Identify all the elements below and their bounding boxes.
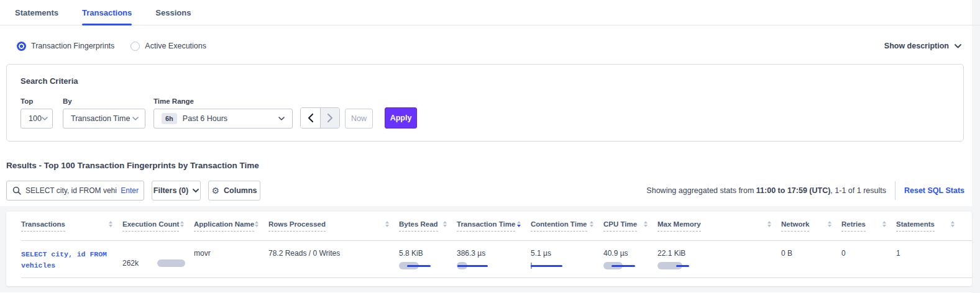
sort-icon[interactable]	[590, 221, 593, 227]
apply-button[interactable]: Apply	[385, 107, 417, 128]
cell-execution-count: 262k	[122, 249, 194, 277]
bytes-read-bar	[399, 262, 449, 269]
reset-sql-stats-link[interactable]: Reset SQL Stats	[904, 186, 964, 195]
radio-transaction-fingerprints[interactable]	[17, 42, 26, 51]
cell-cpu-time: 40.9 µs	[603, 249, 657, 277]
show-description-toggle[interactable]: Show description	[884, 42, 961, 50]
cell-application-name: movr	[194, 249, 268, 277]
cell-transaction: SELECT city, id FROM vehicles	[21, 249, 122, 277]
column-header-network[interactable]: Network	[781, 220, 841, 240]
by-label: By	[63, 97, 153, 105]
search-criteria-controls: Top 100 By Transaction Time	[21, 97, 963, 128]
search-icon	[12, 186, 21, 195]
aggregated-stats-text: Showing aggregated stats from 11:00 to 1…	[646, 186, 886, 195]
sort-icon[interactable]	[180, 221, 184, 227]
sort-icon-active-desc[interactable]	[517, 221, 521, 227]
column-header-statements[interactable]: Statements	[896, 220, 964, 240]
tab-transactions[interactable]: Transactions	[82, 0, 132, 25]
execution-count-bar	[157, 259, 185, 267]
now-button[interactable]: Now	[345, 109, 373, 128]
table-header-row: Transactions Execution Count Application…	[21, 212, 972, 241]
top-field: Top 100	[21, 97, 63, 128]
results-heading: Results - Top 100 Transaction Fingerprin…	[6, 161, 972, 170]
sort-icon[interactable]	[443, 221, 447, 227]
table-section: Transactions Execution Count Application…	[0, 206, 972, 292]
show-description-label: Show description	[884, 42, 949, 50]
sort-icon[interactable]	[385, 221, 389, 227]
sort-icon[interactable]	[767, 221, 771, 227]
time-range-badge: 6h	[162, 113, 177, 124]
chevron-left-icon	[308, 114, 313, 122]
transactions-table: Transactions Execution Count Application…	[6, 212, 972, 286]
search-input[interactable]: SELECT city, id FROM vehicles W Enter	[6, 181, 144, 201]
search-criteria-card: Search Criteria Top 100 By Transaction T…	[6, 64, 964, 142]
column-header-max-memory[interactable]: Max Memory	[657, 220, 781, 240]
time-range-select[interactable]: 6h Past 6 Hours	[153, 109, 293, 128]
radio-label-transaction-fingerprints[interactable]: Transaction Fingerprints	[31, 42, 114, 50]
tab-statements[interactable]: Statements	[15, 0, 58, 25]
chevron-right-icon	[327, 114, 332, 122]
cell-max-memory: 22.1 KiB	[657, 249, 781, 277]
time-range-next-button[interactable]	[320, 108, 339, 128]
chevron-down-icon	[278, 117, 285, 120]
transaction-fingerprint-link[interactable]: SELECT city, id FROM vehicles	[21, 249, 122, 271]
content-area: Statements Transactions Sessions Transac…	[0, 0, 972, 293]
search-input-value: SELECT city, id FROM vehicles W	[25, 186, 117, 195]
max-memory-bar	[657, 262, 707, 269]
chevron-down-icon	[132, 117, 139, 120]
time-range-prev-button[interactable]	[301, 108, 320, 128]
vertical-divider	[895, 181, 895, 200]
columns-button[interactable]: ⚙ Columns	[208, 181, 260, 201]
cell-transaction-time: 386.3 µs	[457, 249, 531, 277]
transaction-time-bar	[457, 262, 506, 269]
search-criteria-title: Search Criteria	[21, 76, 963, 86]
tab-sessions[interactable]: Sessions	[155, 0, 191, 25]
sort-icon[interactable]	[255, 221, 259, 227]
top-select[interactable]: 100	[21, 109, 53, 128]
table-row: SELECT city, id FROM vehicles 262k movr …	[21, 241, 972, 278]
radio-label-active-executions[interactable]: Active Executions	[145, 42, 206, 50]
time-range-field: Time Range 6h Past 6 Hours	[153, 97, 293, 128]
tab-border-extension	[972, 25, 980, 25]
column-header-cpu-time[interactable]: CPU Time	[603, 220, 657, 240]
cell-rows-processed: 78.2 Reads / 0 Writes	[268, 249, 399, 277]
chevron-down-icon	[955, 44, 961, 48]
contention-time-bar	[531, 262, 580, 269]
tabs-bar: Statements Transactions Sessions	[0, 0, 972, 25]
sort-icon[interactable]	[644, 221, 648, 227]
filters-button[interactable]: Filters (0)	[152, 181, 201, 201]
top-select-value: 100	[29, 114, 42, 123]
cpu-time-bar	[603, 262, 653, 269]
column-header-retries[interactable]: Retries	[841, 220, 896, 240]
transactions-page: Statements Transactions Sessions Transac…	[0, 0, 980, 293]
cell-contention-time: 5.1 µs	[531, 249, 603, 277]
column-header-rows-processed[interactable]: Rows Processed	[268, 220, 399, 240]
view-toggle-row: Transaction Fingerprints Active Executio…	[0, 35, 972, 56]
column-header-transaction-time[interactable]: Transaction Time	[457, 220, 531, 240]
stats-area: Showing aggregated stats from 11:00 to 1…	[646, 181, 964, 200]
chevron-down-icon	[42, 117, 48, 120]
radio-active-executions[interactable]	[131, 42, 140, 51]
column-header-execution-count[interactable]: Execution Count	[122, 220, 194, 240]
cell-network: 0 B	[781, 249, 841, 277]
sort-icon[interactable]	[951, 221, 955, 227]
results-controls-row: SELECT city, id FROM vehicles W Enter Fi…	[6, 181, 972, 201]
sort-icon[interactable]	[109, 221, 112, 227]
gear-icon: ⚙	[211, 186, 219, 195]
chevron-down-icon	[193, 189, 199, 192]
time-range-value: Past 6 Hours	[183, 114, 278, 123]
page-gutter	[972, 0, 980, 293]
by-select-value: Transaction Time	[71, 114, 132, 123]
cell-bytes-read: 5.8 KiB	[399, 249, 457, 277]
column-header-transactions[interactable]: Transactions	[21, 220, 122, 240]
sort-icon[interactable]	[882, 221, 886, 227]
cell-retries: 0	[841, 249, 896, 277]
column-header-application-name[interactable]: Application Name	[194, 220, 268, 240]
column-header-bytes-read[interactable]: Bytes Read	[399, 220, 457, 240]
sort-icon[interactable]	[828, 221, 831, 227]
column-header-contention-time[interactable]: Contention Time	[531, 220, 603, 240]
by-select[interactable]: Transaction Time	[63, 109, 145, 128]
columns-label: Columns	[224, 186, 257, 195]
cell-statements: 1	[896, 249, 964, 277]
search-enter-hint[interactable]: Enter	[121, 186, 139, 195]
